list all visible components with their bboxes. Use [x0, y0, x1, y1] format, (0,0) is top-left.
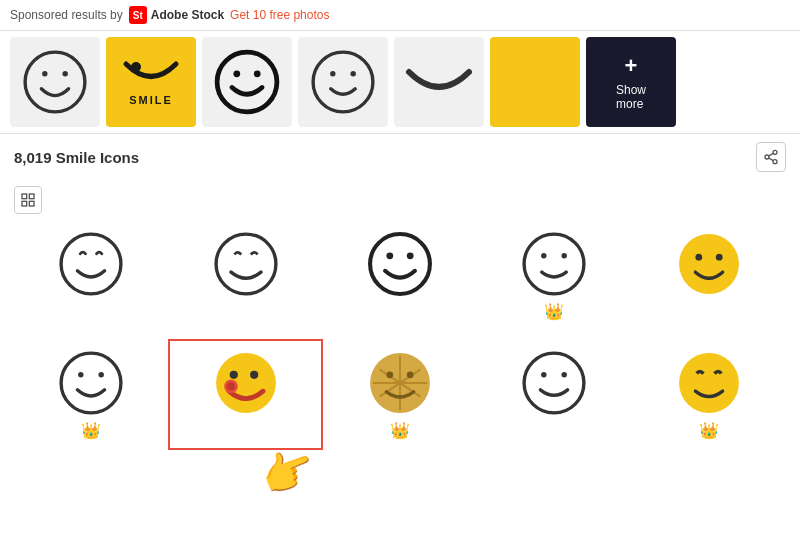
grid-item-3[interactable]: 👑	[323, 222, 477, 329]
svg-point-12	[773, 160, 777, 164]
svg-point-37	[227, 382, 235, 390]
svg-point-10	[773, 150, 777, 154]
svg-point-43	[386, 371, 393, 378]
svg-rect-15	[22, 194, 27, 199]
result-suffix: Icons	[100, 149, 139, 166]
svg-point-21	[370, 234, 430, 294]
svg-point-46	[541, 372, 546, 377]
svg-line-13	[769, 158, 774, 161]
ai-button[interactable]	[14, 186, 42, 214]
svg-point-24	[524, 234, 584, 294]
thumbnail-4[interactable]	[298, 37, 388, 127]
result-keyword: Smile	[56, 149, 96, 166]
svg-point-1	[42, 71, 47, 76]
svg-rect-18	[29, 201, 34, 206]
svg-point-23	[407, 252, 414, 259]
svg-point-22	[386, 252, 393, 259]
show-more-label: Showmore	[616, 83, 646, 111]
adobe-logo: St Adobe Stock	[129, 6, 224, 24]
thumbnail-6[interactable]: smile	[490, 37, 580, 127]
grid-item-7-selected[interactable]: 👑	[168, 339, 322, 450]
svg-point-33	[216, 353, 276, 413]
adobe-stock-text: Adobe Stock	[151, 8, 224, 22]
svg-line-14	[769, 153, 774, 156]
share-button[interactable]	[756, 142, 786, 172]
crown-10: 👑	[699, 421, 719, 440]
grid-item-9[interactable]: 👑	[477, 339, 631, 450]
thumbnail-3[interactable]	[202, 37, 292, 127]
show-more-plus: +	[625, 53, 638, 79]
svg-point-44	[407, 371, 414, 378]
svg-point-4	[217, 52, 277, 112]
svg-rect-17	[22, 201, 27, 206]
svg-point-30	[61, 353, 121, 413]
svg-point-29	[716, 254, 723, 261]
adobe-logo-icon: St	[129, 6, 147, 24]
thumbnail-show-more[interactable]: + Showmore	[586, 37, 676, 127]
thumbnail-row: SMILE smile + Showmore	[0, 31, 800, 134]
svg-point-26	[562, 253, 567, 258]
grid-area: 👑 👑 👑	[0, 180, 800, 456]
get-free-photos-link[interactable]: Get 10 free photos	[230, 8, 329, 22]
svg-point-45	[524, 353, 584, 413]
grid-item-8[interactable]: 👑	[323, 339, 477, 450]
svg-point-28	[695, 254, 702, 261]
thumbnail-2[interactable]: SMILE	[106, 37, 196, 127]
svg-point-47	[562, 372, 567, 377]
crown-4: 👑	[544, 302, 564, 321]
svg-point-32	[99, 372, 104, 377]
svg-point-8	[330, 71, 335, 76]
grid-item-2[interactable]: 👑	[168, 222, 322, 329]
result-number: 8,019	[14, 149, 52, 166]
svg-point-31	[78, 372, 83, 377]
svg-point-7	[313, 52, 373, 112]
svg-rect-16	[29, 194, 34, 199]
icon-grid: 👑 👑 👑	[14, 222, 786, 450]
crown-8: 👑	[390, 421, 410, 440]
svg-point-20	[216, 234, 276, 294]
svg-point-19	[61, 234, 121, 294]
result-count: 8,019 Smile Icons	[14, 149, 139, 166]
svg-point-35	[250, 371, 258, 379]
svg-point-0	[25, 52, 85, 112]
svg-point-2	[62, 71, 67, 76]
svg-point-11	[765, 155, 769, 159]
svg-point-34	[229, 371, 237, 379]
grid-item-6[interactable]: 👑	[14, 339, 168, 450]
svg-point-9	[350, 71, 355, 76]
svg-point-3	[131, 62, 141, 72]
crown-6: 👑	[81, 421, 101, 440]
grid-item-5[interactable]: 👑	[632, 222, 786, 329]
svg-point-27	[679, 234, 739, 294]
sponsored-bar: Sponsored results by St Adobe Stock Get …	[0, 0, 800, 31]
svg-point-48	[679, 353, 739, 413]
smile-brand-text: smile	[509, 69, 560, 95]
grid-item-4[interactable]: 👑	[477, 222, 631, 329]
grid-item-10[interactable]: 👑	[632, 339, 786, 450]
result-header: 8,019 Smile Icons	[0, 134, 800, 180]
thumbnail-1[interactable]	[10, 37, 100, 127]
thumbnail-5[interactable]	[394, 37, 484, 127]
svg-point-25	[541, 253, 546, 258]
svg-point-6	[254, 70, 261, 77]
sponsored-label: Sponsored results by	[10, 8, 123, 22]
svg-point-5	[233, 70, 240, 77]
grid-item-1[interactable]: 👑	[14, 222, 168, 329]
